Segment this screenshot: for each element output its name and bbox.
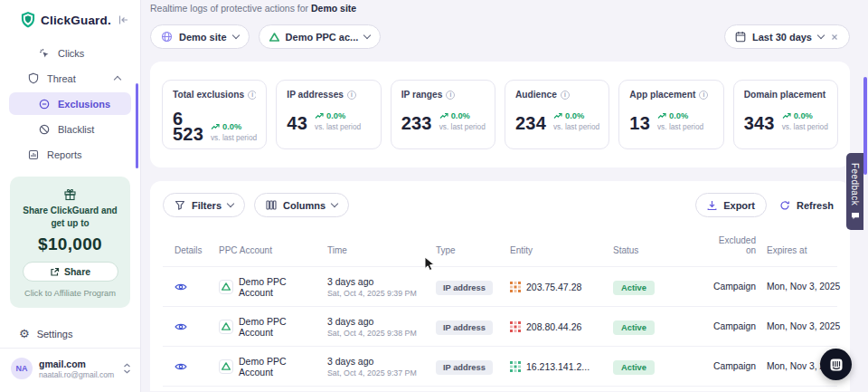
stat-value: 6 523 bbox=[173, 111, 203, 142]
stat-value: 43 bbox=[287, 116, 307, 131]
ip-grid-icon bbox=[510, 282, 521, 292]
stat-card-ip-addresses: IP addresses 43 0.0% vs. last period bbox=[276, 80, 381, 149]
sidebar-item-settings[interactable]: ⚙ Settings bbox=[0, 320, 140, 348]
stat-value: 234 bbox=[515, 116, 546, 131]
info-icon[interactable] bbox=[561, 91, 570, 100]
stat-card-audience: Audience 234 0.0% vs. last period bbox=[505, 80, 609, 149]
info-icon[interactable] bbox=[347, 91, 356, 100]
stat-value: 13 bbox=[629, 116, 650, 131]
sidebar-item-clicks[interactable]: Clicks bbox=[9, 42, 131, 64]
col-header-excluded-on: Excluded on bbox=[700, 235, 756, 255]
sidebar-item-threat[interactable]: Threat bbox=[9, 67, 131, 90]
filters-button[interactable]: Filters bbox=[163, 193, 245, 217]
info-icon[interactable] bbox=[248, 91, 256, 100]
chat-bubble-icon bbox=[829, 358, 844, 372]
nav-label: Blacklist bbox=[58, 124, 94, 135]
nav-label: Reports bbox=[47, 149, 82, 160]
ip-grid-icon bbox=[510, 361, 521, 372]
clear-date-icon[interactable] bbox=[830, 33, 839, 42]
stat-label: Total exclusions bbox=[173, 90, 244, 100]
nav-label: Threat bbox=[47, 73, 76, 84]
table-row: Demo PPC Account 3 days agoSat, Oct 4, 2… bbox=[163, 346, 837, 386]
cursor-click-icon bbox=[38, 48, 51, 59]
sidebar-collapse-icon[interactable] bbox=[118, 14, 129, 25]
external-link-icon bbox=[50, 267, 60, 277]
date-range-picker[interactable]: Last 30 days bbox=[724, 24, 850, 49]
user-menu[interactable]: NA gmail.com naatali.ro@gmail.com bbox=[0, 348, 140, 392]
site-filter-dropdown[interactable]: Demo site bbox=[150, 24, 250, 49]
sidebar-scrollbar[interactable] bbox=[136, 83, 138, 168]
refresh-button-label: Refresh bbox=[797, 200, 834, 211]
stat-card-total-exclusions: Total exclusions 6 523 0.0% vs. last per… bbox=[162, 80, 267, 149]
feedback-tab[interactable]: Feedback bbox=[846, 153, 863, 230]
logs-table-panel: Filters Columns Export Refresh bbox=[150, 181, 850, 391]
chevron-down-icon bbox=[363, 32, 371, 39]
trend-up-icon bbox=[211, 123, 220, 130]
stat-value: 343 bbox=[744, 116, 775, 131]
app-root: ClickGuard. Clicks Threat bbox=[0, 0, 868, 392]
col-header-status: Status bbox=[613, 245, 700, 255]
ppc-account-icon bbox=[219, 280, 233, 294]
export-button[interactable]: Export bbox=[695, 193, 767, 217]
site-filter-label: Demo site bbox=[179, 32, 227, 43]
excluded-on-value: Campaign bbox=[700, 361, 756, 371]
view-details-icon[interactable] bbox=[175, 362, 208, 371]
nav-label: Clicks bbox=[58, 48, 84, 59]
stats-panel: Total exclusions 6 523 0.0% vs. last per… bbox=[150, 62, 850, 167]
refresh-button[interactable]: Refresh bbox=[776, 193, 837, 217]
feedback-chat-icon bbox=[851, 212, 860, 220]
stat-label: IP addresses bbox=[287, 90, 344, 100]
time-absolute: Sat, Oct 4, 2025 9:37 PM bbox=[327, 368, 430, 378]
account-name: Demo PPC Account bbox=[239, 356, 320, 378]
table-header-row: Details PPC Account Time Type Entity Sta… bbox=[163, 228, 837, 266]
sidebar-item-exclusions[interactable]: Exclusions bbox=[9, 92, 131, 115]
view-details-icon[interactable] bbox=[175, 282, 208, 292]
refresh-icon bbox=[779, 200, 790, 211]
share-button[interactable]: Share bbox=[23, 262, 118, 282]
col-header-entity: Entity bbox=[510, 245, 613, 255]
status-badge: Active bbox=[613, 320, 655, 335]
sidebar-item-reports[interactable]: Reports bbox=[9, 143, 131, 166]
stat-label: Domain placement bbox=[744, 90, 826, 100]
trend-up-icon bbox=[439, 112, 448, 120]
gear-icon: ⚙ bbox=[19, 328, 30, 339]
expires-at-value: Mon, Nov 3, 2025 bbox=[756, 321, 840, 331]
time-relative: 3 days ago bbox=[327, 316, 430, 327]
chevron-up-icon bbox=[115, 74, 120, 82]
subtitle-text: Realtime logs of protective actions for bbox=[150, 3, 308, 14]
trend-value: 0.0% bbox=[326, 111, 345, 120]
excluded-on-value: Campaign bbox=[700, 282, 756, 292]
columns-button[interactable]: Columns bbox=[254, 193, 349, 217]
time-absolute: Sat, Oct 4, 2025 9:39 PM bbox=[327, 289, 430, 298]
time-relative: 3 days ago bbox=[327, 356, 430, 367]
col-header-details: Details bbox=[163, 245, 208, 255]
avatar: NA bbox=[11, 358, 33, 379]
account-filter-dropdown[interactable]: Demo PPC ac... bbox=[259, 24, 382, 49]
trend-value: 0.0% bbox=[565, 111, 584, 120]
trend-period: vs. last period bbox=[782, 122, 828, 131]
settings-label: Settings bbox=[37, 329, 73, 339]
trend-period: vs. last period bbox=[657, 122, 703, 131]
ban-icon bbox=[38, 124, 51, 135]
info-icon[interactable] bbox=[699, 91, 708, 100]
page-subtitle: Realtime logs of protective actions for … bbox=[150, 3, 850, 14]
chevron-down-icon bbox=[817, 32, 825, 39]
chat-widget-button[interactable] bbox=[820, 349, 852, 380]
download-icon bbox=[707, 200, 717, 211]
user-name: gmail.com bbox=[39, 359, 114, 369]
trend-value: 0.0% bbox=[222, 122, 241, 131]
ads-triangle-icon bbox=[269, 33, 279, 42]
view-details-icon[interactable] bbox=[175, 322, 208, 331]
sidebar-item-blacklist[interactable]: Blacklist bbox=[9, 118, 131, 140]
col-header-time: Time bbox=[320, 245, 430, 255]
affiliate-link[interactable]: Click to Affiliate Program bbox=[17, 289, 123, 298]
account-name: Demo PPC Account bbox=[239, 316, 320, 338]
gift-icon bbox=[63, 187, 77, 201]
affiliate-promo-card: Share ClickGuard and get up to $10,000 S… bbox=[10, 177, 130, 308]
trend-up-icon bbox=[782, 112, 791, 120]
globe-icon bbox=[161, 31, 173, 43]
table-row: Demo PPC Account 3 days agoSat, Oct 4, 2… bbox=[163, 306, 837, 346]
info-icon[interactable] bbox=[446, 91, 455, 100]
stat-card-app-placement: App placement 13 0.0% vs. last period bbox=[618, 80, 723, 149]
page-scrollbar[interactable] bbox=[863, 77, 867, 175]
